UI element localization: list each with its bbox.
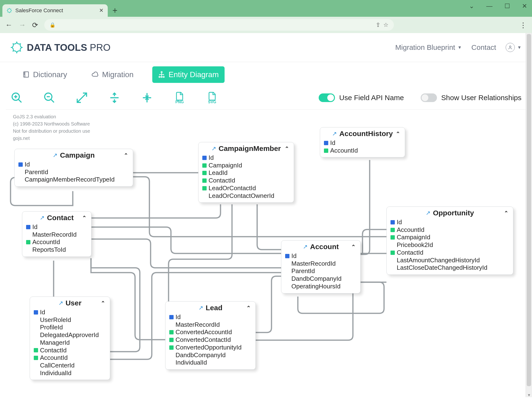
entity-field[interactable]: ContactId [202,177,291,184]
open-link-icon[interactable]: ↗ [198,304,203,311]
entity-field[interactable]: LeadOrContactId [202,184,291,192]
entity-field[interactable]: Id [285,252,357,260]
scrollbar-thumb[interactable] [527,34,531,386]
entity-field[interactable]: DandbCompanyId [285,275,357,283]
open-link-icon[interactable]: ↗ [211,145,216,152]
open-link-icon[interactable]: ↗ [426,210,431,216]
scroll-down-icon[interactable]: ▾ [526,392,532,398]
collapse-icon[interactable]: ⌃ [124,152,128,159]
entity-field[interactable]: Id [169,313,252,321]
entity-opportunity[interactable]: ↗Opportunity⌃ IdAccountIdCampaignIdPrice… [386,207,513,275]
diagram-canvas[interactable]: GoJS 2.3 evaluation (c) 1998-2023 Northw… [6,110,526,383]
export-png-button[interactable]: PNG [173,91,186,104]
forward-icon[interactable]: → [19,21,26,29]
entity-field[interactable]: LastAmountChangedHistoryId [390,257,510,264]
entity-field[interactable]: ConvertedAccountId [169,328,252,336]
entity-field[interactable]: AccountId [390,226,510,234]
tab-dictionary[interactable]: Dictionary [17,66,73,83]
close-tab-icon[interactable]: ✕ [99,7,103,14]
bookmark-star-icon[interactable]: ☆ [383,22,389,28]
open-link-icon[interactable]: ↗ [58,300,63,306]
open-link-icon[interactable]: ↗ [40,214,44,221]
back-icon[interactable]: ← [5,21,13,29]
entity-accounthistory[interactable]: ↗AccountHistory⌃ IdAccountId [320,127,405,157]
chevron-down-icon[interactable]: ⌄ [469,2,474,10]
entity-field[interactable]: CampaignId [202,162,291,169]
entity-user[interactable]: ↗User⌃ IdUserRoleIdProfileIdDelegatedApp… [30,297,110,380]
entity-field[interactable]: UserRoleId [33,316,107,324]
entity-field[interactable]: IndividualId [169,359,252,367]
entity-field[interactable]: Id [323,139,401,147]
toggle-switch[interactable] [421,93,437,102]
entity-field[interactable]: AccountId [323,147,401,155]
open-link-icon[interactable]: ↗ [53,152,57,159]
open-link-icon[interactable]: ↗ [303,243,308,250]
user-menu[interactable]: ▼ [506,43,521,52]
entity-field[interactable]: ConvertedOpportunityId [169,344,252,351]
reload-icon[interactable]: ⟳ [32,21,38,29]
nav-migration-blueprint[interactable]: Migration Blueprint ▼ [395,43,462,52]
entity-field[interactable]: ContactId [33,347,107,354]
entity-field[interactable]: IndividualId [33,369,107,377]
entity-campaign[interactable]: ↗Campaign⌃ IdParentIdCampaignMemberRecor… [14,149,133,187]
tab-entity-diagram[interactable]: Entity Diagram [152,66,225,83]
entity-field[interactable]: AccountId [33,354,107,362]
entity-field[interactable]: Pricebook2Id [390,241,510,249]
open-link-icon[interactable]: ↗ [332,130,337,137]
entity-field[interactable]: CallCenterId [33,362,107,369]
entity-field[interactable]: CampaignId [390,233,510,241]
tab-migration[interactable]: Migration [86,66,139,83]
entity-field[interactable]: ParentId [285,267,357,275]
new-tab-button[interactable]: + [108,4,122,17]
collapse-icon[interactable]: ⌃ [351,244,355,250]
minimize-icon[interactable]: — [486,2,493,10]
entity-field[interactable]: LastCloseDateChangedHistoryId [390,264,510,272]
entity-field[interactable]: OperatingHoursId [285,283,357,290]
toggle-user-relationships[interactable]: Show User Relationships [421,93,521,102]
entity-campaignmember[interactable]: ↗CampaignMember⌃ IdCampaignIdLeadIdConta… [198,142,294,203]
collapse-icon[interactable]: ⌃ [246,305,251,311]
expand-vertical-button[interactable] [108,91,121,104]
entity-field[interactable]: ManagerId [33,339,107,347]
entity-field[interactable]: DelegatedApproverId [33,331,107,339]
entity-field[interactable]: Id [18,161,130,168]
entity-field[interactable]: CampaignMemberRecordTypeId [18,176,130,183]
entity-field[interactable]: Id [26,223,88,231]
entity-lead[interactable]: ↗Lead⌃ IdMasterRecordIdConvertedAccountI… [165,301,256,370]
entity-account[interactable]: ↗Account⌃ IdMasterRecordIdParentIdDandbC… [281,240,361,293]
address-bar[interactable]: 🔒 ⇪ ☆ [44,19,394,31]
collapse-vertical-button[interactable] [141,91,153,104]
nav-contact[interactable]: Contact [471,43,496,52]
share-icon[interactable]: ⇪ [376,22,380,28]
entity-field[interactable]: DandbCompanyId [169,351,252,359]
zoom-out-button[interactable] [43,91,56,104]
entity-field[interactable]: MasterRecordId [285,260,357,268]
expand-button[interactable] [76,91,88,104]
entity-field[interactable]: MasterRecordId [169,321,252,329]
maximize-icon[interactable]: ☐ [505,2,510,10]
app-logo[interactable]: DATA TOOLS PRO [11,41,111,54]
entity-field[interactable]: AccountId [26,238,88,246]
collapse-icon[interactable]: ⌃ [504,210,508,216]
collapse-icon[interactable]: ⌃ [285,146,289,152]
browser-tab[interactable]: SalesForce Connect ✕ [2,4,108,17]
collapse-icon[interactable]: ⌃ [396,131,400,137]
toggle-api-name[interactable]: Use Field API Name [319,93,404,102]
entity-field[interactable]: ReportsToId [26,246,88,254]
entity-field[interactable]: MasterRecordId [26,231,88,239]
toggle-switch[interactable] [319,93,335,102]
entity-field[interactable]: Id [390,219,510,226]
entity-contact[interactable]: ↗Contact⌃ IdMasterRecordIdAccountIdRepor… [22,211,91,257]
entity-field[interactable]: Id [202,154,291,162]
entity-field[interactable]: LeadId [202,169,291,177]
collapse-icon[interactable]: ⌃ [101,300,105,306]
entity-field[interactable]: ProfileId [33,324,107,331]
entity-field[interactable]: Id [33,309,107,316]
collapse-icon[interactable]: ⌃ [82,215,86,221]
zoom-in-button[interactable] [11,91,23,104]
entity-field[interactable]: LeadOrContactOwnerId [202,192,291,200]
export-svg-button[interactable]: SVG [206,91,218,104]
close-window-icon[interactable]: ✕ [522,2,527,10]
page-scrollbar[interactable]: ▴ ▾ [526,33,532,397]
entity-field[interactable]: ContactId [390,249,510,257]
